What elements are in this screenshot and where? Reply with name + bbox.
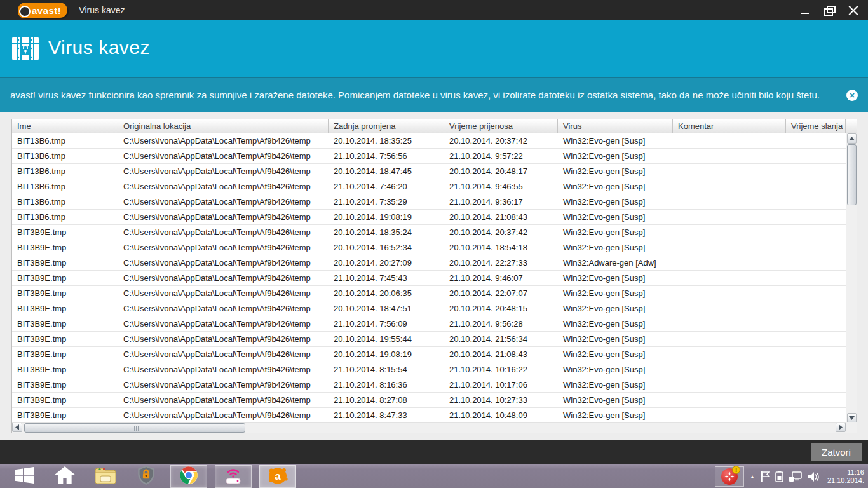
table-row[interactable]: BIT3B9E.tmpC:\Users\Ivona\AppData\Local\… bbox=[12, 225, 857, 240]
column-header[interactable]: Originalna lokacija bbox=[118, 119, 329, 133]
table-cell bbox=[673, 332, 786, 346]
table-body: BIT13B6.tmpC:\Users\Ivona\AppData\Local\… bbox=[12, 133, 857, 423]
table-row[interactable]: BIT3B9E.tmpC:\Users\Ivona\AppData\Local\… bbox=[12, 393, 857, 408]
table-row[interactable]: BIT13B6.tmpC:\Users\Ivona\AppData\Local\… bbox=[12, 210, 857, 225]
horizontal-scrollbar[interactable] bbox=[12, 422, 846, 433]
security-shield-button[interactable] bbox=[130, 465, 163, 488]
column-header[interactable]: Virus bbox=[558, 119, 673, 133]
horizontal-scroll-thumb[interactable] bbox=[24, 423, 245, 433]
table-row[interactable]: BIT3B9E.tmpC:\Users\Ivona\AppData\Local\… bbox=[12, 347, 857, 362]
table-cell: 20.10.2014. 19:55:44 bbox=[329, 332, 444, 346]
table-cell: Win32:Evo-gen [Susp] bbox=[558, 347, 673, 362]
table-row[interactable]: BIT3B9E.tmpC:\Users\Ivona\AppData\Local\… bbox=[12, 332, 857, 347]
avast-logo-text: avast! bbox=[32, 5, 61, 16]
table-cell: 20.10.2014. 18:47:51 bbox=[329, 301, 444, 316]
table-cell bbox=[786, 271, 846, 285]
home-button[interactable] bbox=[48, 465, 81, 488]
taskbar: a ▲ bbox=[0, 464, 868, 488]
shield-lock-icon bbox=[137, 466, 155, 487]
table-cell: 20.10.2014. 19:08:19 bbox=[329, 210, 444, 224]
tray-expand-icon[interactable]: ▲ bbox=[750, 474, 755, 480]
table-cell: 20.10.2014. 20:27:09 bbox=[329, 255, 444, 270]
restore-icon[interactable] bbox=[824, 4, 835, 16]
table-cell: C:\Users\Ivona\AppData\Local\Temp\Af9b42… bbox=[118, 225, 329, 240]
table-row[interactable]: BIT13B6.tmpC:\Users\Ivona\AppData\Local\… bbox=[12, 133, 857, 149]
table-cell: 21.10.2014. 9:57:22 bbox=[444, 149, 558, 163]
scroll-up-icon[interactable] bbox=[847, 133, 857, 144]
table-cell: 21.10.2014. 9:46:55 bbox=[444, 179, 558, 194]
taskbar-clock[interactable]: 11:16 21.10.2014. bbox=[827, 468, 864, 485]
table-row[interactable]: BIT3B9E.tmpC:\Users\Ivona\AppData\Local\… bbox=[12, 362, 857, 377]
table-row[interactable]: BIT13B6.tmpC:\Users\Ivona\AppData\Local\… bbox=[12, 164, 857, 179]
window-title: Virus kavez bbox=[79, 5, 125, 15]
table-cell bbox=[786, 408, 846, 423]
table-cell: 20.10.2014. 22:07:07 bbox=[444, 286, 558, 301]
table-cell: C:\Users\Ivona\AppData\Local\Temp\Af9b42… bbox=[118, 133, 329, 148]
table-row[interactable]: BIT3B9E.tmpC:\Users\Ivona\AppData\Local\… bbox=[12, 301, 857, 316]
speaker-icon[interactable] bbox=[808, 471, 819, 482]
table-cell: 21.10.2014. 8:16:36 bbox=[329, 377, 444, 392]
table-cell bbox=[786, 194, 846, 209]
file-explorer-button[interactable] bbox=[89, 465, 122, 488]
table-cell: BIT13B6.tmp bbox=[12, 210, 118, 224]
table-cell: BIT13B6.tmp bbox=[12, 149, 118, 163]
table-row[interactable]: BIT13B6.tmpC:\Users\Ivona\AppData\Local\… bbox=[12, 179, 857, 194]
table-row[interactable]: BIT13B6.tmpC:\Users\Ivona\AppData\Local\… bbox=[12, 149, 857, 164]
column-header[interactable]: Ime bbox=[12, 119, 118, 133]
table-row[interactable]: BIT3B9E.tmpC:\Users\Ivona\AppData\Local\… bbox=[12, 408, 857, 423]
table-cell: Win32:Evo-gen [Susp] bbox=[558, 377, 673, 392]
table-cell: Win32:Evo-gen [Susp] bbox=[558, 240, 673, 255]
vertical-scrollbar[interactable] bbox=[846, 133, 857, 423]
table-cell: 20.10.2014. 21:08:43 bbox=[444, 347, 558, 362]
close-icon[interactable] bbox=[848, 4, 859, 16]
table-cell: C:\Users\Ivona\AppData\Local\Temp\Af9b42… bbox=[118, 377, 329, 392]
table-cell: 21.10.2014. 10:48:09 bbox=[444, 408, 558, 423]
column-header[interactable]: Zadnja promjena bbox=[329, 119, 444, 133]
table-cell: 21.10.2014. 10:16:22 bbox=[444, 362, 558, 377]
table-cell: 20.10.2014. 21:08:43 bbox=[444, 210, 558, 224]
table-cell: C:\Users\Ivona\AppData\Local\Temp\Af9b42… bbox=[118, 362, 329, 377]
table-row[interactable]: BIT3B9E.tmpC:\Users\Ivona\AppData\Local\… bbox=[12, 316, 857, 332]
table-cell: BIT3B9E.tmp bbox=[12, 347, 118, 362]
column-header[interactable]: Komentar bbox=[673, 119, 786, 133]
table-row[interactable]: BIT3B9E.tmpC:\Users\Ivona\AppData\Local\… bbox=[12, 377, 857, 393]
banner-close-icon[interactable] bbox=[846, 90, 858, 101]
minimize-icon[interactable] bbox=[799, 4, 811, 16]
table-row[interactable]: BIT3B9E.tmpC:\Users\Ivona\AppData\Local\… bbox=[12, 271, 857, 286]
scroll-right-icon[interactable] bbox=[836, 423, 846, 432]
table-cell bbox=[673, 408, 786, 423]
chrome-button[interactable] bbox=[170, 465, 207, 488]
table-cell: C:\Users\Ivona\AppData\Local\Temp\Af9b42… bbox=[118, 393, 329, 407]
table-cell bbox=[786, 210, 846, 224]
vertical-scroll-thumb[interactable] bbox=[847, 144, 857, 205]
alert-tray-button[interactable] bbox=[715, 466, 744, 487]
page-title: Virus kavez bbox=[48, 37, 150, 58]
wifi-hotspot-button[interactable] bbox=[215, 465, 252, 488]
column-header[interactable]: Vrijeme prijenosa bbox=[444, 119, 558, 133]
table-cell: 20.10.2014. 19:08:19 bbox=[329, 347, 444, 362]
home-icon bbox=[55, 466, 75, 487]
table-cell bbox=[673, 362, 786, 377]
table-row[interactable]: BIT3B9E.tmpC:\Users\Ivona\AppData\Local\… bbox=[12, 286, 857, 301]
column-header[interactable]: Vrijeme slanja bbox=[786, 119, 846, 133]
table-cell: 20.10.2014. 18:35:24 bbox=[329, 225, 444, 240]
avast-button[interactable]: a bbox=[259, 465, 296, 488]
table-row[interactable]: BIT3B9E.tmpC:\Users\Ivona\AppData\Local\… bbox=[12, 240, 857, 255]
table-row[interactable]: BIT13B6.tmpC:\Users\Ivona\AppData\Local\… bbox=[12, 194, 857, 210]
battery-icon[interactable] bbox=[775, 471, 783, 482]
table-row[interactable]: BIT3B9E.tmpC:\Users\Ivona\AppData\Local\… bbox=[12, 255, 857, 271]
table-cell: 21.10.2014. 7:45:43 bbox=[329, 271, 444, 285]
start-button[interactable] bbox=[8, 465, 41, 488]
table-cell bbox=[673, 255, 786, 270]
table-cell bbox=[786, 179, 846, 194]
table-cell: C:\Users\Ivona\AppData\Local\Temp\Af9b42… bbox=[118, 286, 329, 301]
table-cell: C:\Users\Ivona\AppData\Local\Temp\Af9b42… bbox=[118, 194, 329, 209]
network-icon[interactable] bbox=[789, 471, 802, 482]
flag-icon[interactable] bbox=[761, 471, 770, 482]
zatvori-button[interactable]: Zatvori bbox=[811, 443, 862, 461]
table-cell: 20.10.2014. 20:37:42 bbox=[444, 225, 558, 240]
table-cell bbox=[786, 377, 846, 392]
table-cell bbox=[673, 286, 786, 301]
table-cell bbox=[673, 133, 786, 148]
scroll-left-icon[interactable] bbox=[12, 423, 22, 432]
